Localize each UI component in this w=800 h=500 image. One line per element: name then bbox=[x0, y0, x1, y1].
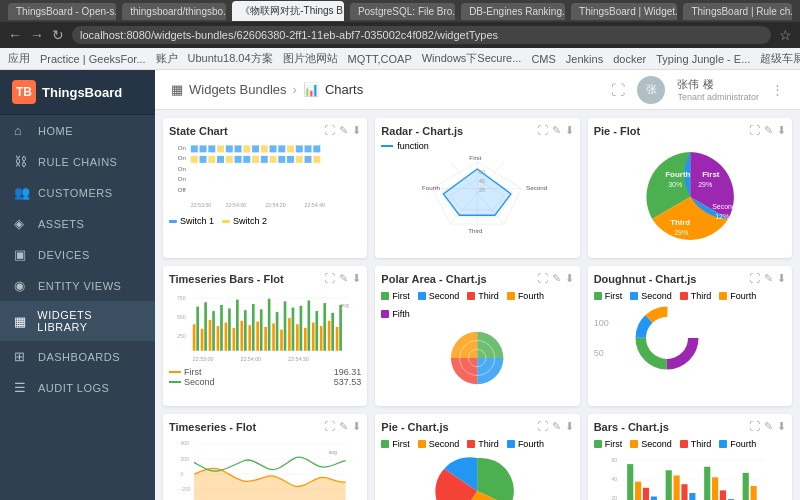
sidebar-item-home[interactable]: ⌂ HOME bbox=[0, 115, 155, 146]
download-icon-pie-flot[interactable]: ⬇ bbox=[777, 124, 786, 137]
svg-rect-74 bbox=[217, 326, 220, 351]
tab-thingsboard-1[interactable]: ThingsBoard - Open-s... ✕ bbox=[8, 3, 116, 20]
user-menu-icon[interactable]: ⋮ bbox=[771, 82, 784, 97]
edit-icon-doughnut[interactable]: ✎ bbox=[764, 272, 773, 285]
svg-rect-5 bbox=[191, 145, 198, 152]
edit-icon-polar[interactable]: ✎ bbox=[552, 272, 561, 285]
polar-legend-fourth: Fourth bbox=[507, 291, 544, 301]
svg-text:avg: avg bbox=[340, 302, 349, 308]
bookmark-ubuntu[interactable]: Ubuntu18.04方案 bbox=[188, 51, 273, 66]
edit-icon[interactable]: ✎ bbox=[339, 124, 348, 137]
svg-rect-143 bbox=[681, 484, 687, 500]
edit-icon-pie-flot[interactable]: ✎ bbox=[764, 124, 773, 137]
bookmark-cms[interactable]: CMS bbox=[531, 53, 555, 65]
edit-icon-pie-chartjs[interactable]: ✎ bbox=[552, 420, 561, 433]
legend-label-switch1: Switch 1 bbox=[180, 216, 214, 226]
reload-button[interactable]: ↻ bbox=[52, 27, 64, 43]
expand-icon-radar[interactable]: ⛶ bbox=[537, 124, 548, 137]
svg-text:29%: 29% bbox=[674, 229, 688, 236]
sidebar-item-entity-views[interactable]: ◉ ENTITY VIEWS bbox=[0, 270, 155, 301]
bookmark-mqtt[interactable]: MQTT,COAP bbox=[348, 53, 412, 65]
svg-rect-28 bbox=[261, 156, 268, 163]
expand-icon-pie-chartjs[interactable]: ⛶ bbox=[537, 420, 548, 433]
bookmark-star-icon[interactable]: ☆ bbox=[779, 27, 792, 43]
tab-postgresql[interactable]: PostgreSQL: File Bro... ✕ bbox=[350, 3, 455, 20]
expand-icon[interactable]: ⛶ bbox=[324, 124, 335, 137]
download-icon-ts-flot[interactable]: ⬇ bbox=[352, 420, 361, 433]
bookmark-account[interactable]: 账户 bbox=[156, 51, 178, 66]
expand-icon-doughnut[interactable]: ⛶ bbox=[749, 272, 760, 285]
bookmark-windows[interactable]: Windows下Secure... bbox=[422, 51, 522, 66]
download-icon-polar[interactable]: ⬇ bbox=[565, 272, 574, 285]
download-icon-pie-chartjs[interactable]: ⬇ bbox=[565, 420, 574, 433]
widget-grid: State Chart ⛶ ✎ ⬇ On On On On Off bbox=[155, 110, 800, 500]
logo-text: ThingsBoard bbox=[42, 85, 122, 100]
bookmark-practice[interactable]: Practice | GeeksFor... bbox=[40, 53, 146, 65]
legend-item-switch1: Switch 1 bbox=[169, 216, 214, 226]
svg-text:60: 60 bbox=[479, 169, 485, 175]
widget-header-pie-flot: Pie - Flot ⛶ ✎ ⬇ bbox=[594, 124, 786, 137]
svg-rect-86 bbox=[264, 327, 267, 351]
svg-rect-99 bbox=[315, 311, 318, 351]
sidebar-item-rule-chains[interactable]: ⛓ RULE CHAINS bbox=[0, 146, 155, 177]
fullscreen-icon[interactable]: ⛶ bbox=[611, 82, 625, 98]
download-icon-ts-bars[interactable]: ⬇ bbox=[352, 272, 361, 285]
widget-header-bars-chartjs: Bars - Chart.js ⛶ ✎ ⬇ bbox=[594, 420, 786, 433]
edit-icon-bars-chartjs[interactable]: ✎ bbox=[764, 420, 773, 433]
svg-rect-12 bbox=[252, 145, 259, 152]
expand-icon-bars-chartjs[interactable]: ⛶ bbox=[749, 420, 760, 433]
expand-icon-ts-bars[interactable]: ⛶ bbox=[324, 272, 335, 285]
bookmark-apps[interactable]: 应用 bbox=[8, 51, 30, 66]
svg-rect-100 bbox=[320, 326, 323, 351]
widget-title-pie-chartjs: Pie - Chart.js bbox=[381, 421, 448, 433]
svg-rect-89 bbox=[276, 312, 279, 351]
svg-rect-139 bbox=[643, 488, 649, 500]
tab-dbengines[interactable]: DB-Engines Ranking... ✕ bbox=[461, 3, 565, 20]
sidebar-item-customers[interactable]: 👥 CUSTOMERS bbox=[0, 177, 155, 208]
assets-icon: ◈ bbox=[14, 216, 30, 231]
tab-thingsboard-2[interactable]: thingsboard/thingsbo... ✕ bbox=[122, 3, 226, 20]
tab-widgets[interactable]: ThingsBoard | Widget... ✕ bbox=[571, 3, 677, 20]
download-icon-doughnut[interactable]: ⬇ bbox=[777, 272, 786, 285]
widget-timeseries-flot: Timeseries - Flot ⛶ ✎ ⬇ 400 200 0 -200 -… bbox=[163, 414, 367, 500]
edit-icon-ts-flot[interactable]: ✎ bbox=[339, 420, 348, 433]
edit-icon-ts-bars[interactable]: ✎ bbox=[339, 272, 348, 285]
svg-text:22:54:00: 22:54:00 bbox=[240, 356, 261, 362]
download-icon-radar[interactable]: ⬇ bbox=[565, 124, 574, 137]
sidebar-item-assets[interactable]: ◈ ASSETS bbox=[0, 208, 155, 239]
pie-chartjs-legend: First Second Third Fourth bbox=[381, 439, 573, 449]
bars-chartjs-legend: First Second Third Fourth bbox=[594, 439, 786, 449]
svg-rect-71 bbox=[204, 302, 207, 351]
back-button[interactable]: ← bbox=[8, 27, 22, 43]
tab-rule[interactable]: ThingsBoard | Rule ch... ✕ bbox=[683, 3, 792, 20]
url-input[interactable]: localhost:8080/widgets-bundles/62606380-… bbox=[72, 26, 771, 44]
expand-icon-ts-flot[interactable]: ⛶ bbox=[324, 420, 335, 433]
user-role: Tenant administrator bbox=[677, 92, 759, 102]
sidebar-item-devices[interactable]: ▣ DEVICES bbox=[0, 239, 155, 270]
sidebar-item-dashboards[interactable]: ⊞ DASHBOARDS bbox=[0, 341, 155, 372]
bookmark-docker[interactable]: docker bbox=[613, 53, 646, 65]
bookmark-car[interactable]: 超级车展V0.6 bbox=[760, 51, 800, 66]
svg-rect-21 bbox=[200, 156, 207, 163]
svg-rect-33 bbox=[305, 156, 312, 163]
svg-rect-18 bbox=[305, 145, 312, 152]
edit-icon-radar[interactable]: ✎ bbox=[552, 124, 561, 137]
sidebar-item-widgets-library[interactable]: ▦ WIDGETS LIBRARY bbox=[0, 301, 155, 341]
bookmark-images[interactable]: 图片池网站 bbox=[283, 51, 338, 66]
tab-iot-active[interactable]: 《物联网对抗-Things B... ✕ bbox=[232, 1, 344, 21]
svg-rect-141 bbox=[665, 470, 671, 500]
svg-rect-101 bbox=[323, 303, 326, 351]
breadcrumb-widgets-bundles[interactable]: Widgets Bundles bbox=[189, 82, 287, 97]
expand-icon-polar[interactable]: ⛶ bbox=[537, 272, 548, 285]
bookmark-typing[interactable]: Typing Jungle - E... bbox=[656, 53, 750, 65]
sidebar-label-entity-views: ENTITY VIEWS bbox=[38, 280, 121, 292]
download-icon[interactable]: ⬇ bbox=[352, 124, 361, 137]
bookmark-jenkins[interactable]: Jenkins bbox=[566, 53, 603, 65]
download-icon-bars-chartjs[interactable]: ⬇ bbox=[777, 420, 786, 433]
sidebar-item-audit-logs[interactable]: ☰ AUDIT LOGS bbox=[0, 372, 155, 403]
forward-button[interactable]: → bbox=[30, 27, 44, 43]
expand-icon-pie-flot[interactable]: ⛶ bbox=[749, 124, 760, 137]
svg-rect-140 bbox=[650, 497, 656, 501]
svg-text:Third: Third bbox=[469, 227, 484, 233]
svg-rect-31 bbox=[287, 156, 294, 163]
